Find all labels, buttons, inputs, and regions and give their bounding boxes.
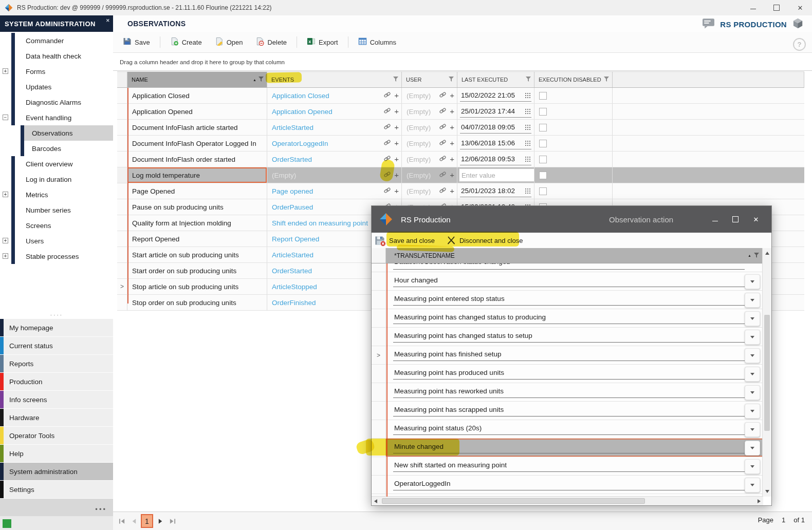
nav-item-reports[interactable]: Reports (0, 355, 113, 373)
cell-last-executed[interactable]: 25/01/2023 17:44 (457, 104, 534, 119)
nav-item-system-administration[interactable]: System administration (0, 463, 113, 481)
cell-execution-disabled[interactable] (534, 104, 613, 119)
cell-name[interactable]: Log mold temperature (127, 167, 267, 183)
cell-execution-disabled[interactable] (534, 152, 613, 167)
scroll-left-icon[interactable] (372, 497, 380, 505)
add-icon[interactable]: + (450, 124, 454, 130)
add-icon[interactable]: + (450, 172, 454, 178)
sidebar-item-forms[interactable]: +Forms (0, 64, 113, 79)
dialog-close-icon[interactable]: ✕ (746, 206, 766, 233)
link-icon[interactable] (384, 107, 391, 116)
date-display[interactable]: 13/06/2018 15:06 (460, 138, 531, 149)
filter-icon[interactable] (259, 77, 264, 83)
expander-plus-icon[interactable]: + (3, 238, 8, 243)
cell-last-executed[interactable]: 15/02/2022 21:05 (457, 88, 534, 103)
dropdown-button[interactable] (745, 367, 760, 382)
open-button[interactable]: Open (212, 35, 246, 49)
dropdown-button[interactable] (745, 274, 760, 289)
filter-icon[interactable] (526, 77, 531, 83)
cell-name[interactable]: Stop article on sub producing units (127, 279, 267, 294)
dialog-row-main[interactable]: Measuring point has changed status to pr… (386, 309, 763, 327)
dialog-list-item[interactable]: >Measuring point has finished setup (372, 346, 763, 365)
table-row[interactable]: Page OpenedPage opened+(Empty)+25/01/202… (117, 183, 804, 199)
scroll-right-icon[interactable] (755, 497, 763, 505)
event-link[interactable]: Page opened (272, 187, 313, 195)
cell-name[interactable]: Application Closed (127, 88, 267, 103)
sidebar-item-diagnostic-alarms[interactable]: Diagnostic Alarms (0, 94, 113, 110)
cell-last-executed[interactable]: 04/07/2018 09:05 (457, 120, 534, 135)
sidebar-item-commander[interactable]: Commander (0, 33, 113, 48)
cell-execution-disabled[interactable] (534, 88, 613, 103)
dialog-row-main[interactable]: Measuring point status (20s) (386, 420, 763, 438)
close-icon[interactable]: ✕ (788, 0, 812, 15)
event-link[interactable]: OperatorLoggedIn (272, 140, 328, 147)
expander-plus-icon[interactable]: + (3, 68, 8, 74)
nav-item-help[interactable]: Help (0, 445, 113, 463)
link-icon[interactable] (439, 139, 446, 147)
execution-disabled-checkbox[interactable] (539, 140, 547, 147)
event-link[interactable]: Application Opened (272, 108, 333, 116)
cell-user[interactable]: (Empty)+ (402, 152, 457, 167)
execution-disabled-checkbox[interactable] (539, 92, 547, 100)
event-link[interactable]: ArticleStarted (272, 124, 313, 131)
nav-item-my-homepage[interactable]: My homepage (0, 319, 113, 337)
date-picker-icon[interactable] (525, 108, 530, 114)
table-row[interactable]: Log mold temperature(Empty)+(Empty)+ (117, 167, 804, 183)
link-icon[interactable] (384, 123, 391, 131)
add-icon[interactable]: + (450, 92, 454, 99)
add-icon[interactable]: + (394, 172, 399, 178)
filter-icon[interactable] (393, 77, 398, 83)
dropdown-button[interactable] (745, 459, 760, 474)
add-icon[interactable]: + (450, 188, 454, 194)
cell-execution-disabled[interactable] (534, 167, 613, 183)
sidebar-resize-handle[interactable]: ···· (0, 311, 113, 318)
filter-icon[interactable] (604, 77, 609, 83)
cell-execution-disabled[interactable] (534, 136, 613, 151)
dialog-list-item[interactable]: Measuring point entered stop status (372, 291, 763, 309)
link-icon[interactable] (384, 139, 391, 147)
date-picker-icon[interactable] (525, 140, 530, 146)
cell-events[interactable]: Application Opened+ (267, 104, 402, 119)
grid-header-name[interactable]: NAME ▲ (127, 72, 267, 87)
dialog-minimize-icon[interactable] (705, 206, 725, 233)
previous-page-icon[interactable] (129, 515, 138, 528)
dropdown-button[interactable] (745, 293, 760, 308)
save-and-close-icon[interactable] (374, 235, 386, 247)
nav-item-settings[interactable]: Settings (0, 481, 113, 499)
cell-events[interactable]: OperatorLoggedIn+ (267, 136, 402, 151)
sidebar-item-data-health-check[interactable]: Data health check (0, 48, 113, 64)
link-icon[interactable] (439, 187, 446, 195)
date-display[interactable]: 25/01/2023 18:02 (460, 185, 531, 197)
add-icon[interactable]: + (394, 92, 399, 99)
cell-user[interactable]: (Empty)+ (402, 167, 457, 183)
dialog-horizontal-scrollbar[interactable] (372, 496, 763, 505)
dropdown-button[interactable] (745, 441, 760, 456)
dialog-row-main[interactable]: Measuring point has produced units (386, 365, 763, 383)
dialog-list-item[interactable]: Measuring point has changed status to se… (372, 328, 763, 346)
add-icon[interactable]: + (394, 188, 399, 194)
link-icon[interactable] (439, 123, 446, 131)
sidebar-item-log-in-duration[interactable]: Log in duration (0, 172, 113, 187)
link-icon[interactable] (439, 171, 446, 179)
expander-minus-icon[interactable]: − (3, 115, 8, 120)
dropdown-button[interactable] (745, 311, 760, 326)
cell-name[interactable]: Document InfoFlash Operator Logged In (127, 136, 267, 151)
cell-last-executed[interactable]: 12/06/2018 09:53 (457, 152, 534, 167)
event-link[interactable]: Shift ended on measuring point (272, 219, 368, 227)
dialog-list-item[interactable]: Measuring point status (20s) (372, 420, 763, 439)
event-link[interactable]: ArticleStarted (272, 251, 313, 259)
cell-name[interactable]: Document InfoFlash order started (127, 152, 267, 167)
cell-events[interactable]: ArticleStarted+ (267, 120, 402, 135)
dialog-list-item[interactable]: Measuring point has scrapped units (372, 402, 763, 420)
cell-name[interactable]: Report Opened (127, 231, 267, 247)
cell-user[interactable]: (Empty)+ (402, 104, 457, 119)
sidebar-item-screens[interactable]: Screens (0, 218, 113, 233)
delete-button[interactable]: Delete (252, 35, 290, 49)
next-page-icon[interactable] (156, 515, 165, 528)
group-by-hint[interactable]: Drag a column header and drop it here to… (113, 53, 812, 71)
add-icon[interactable]: + (394, 124, 399, 130)
sidebar-item-number-series[interactable]: Number series (0, 202, 113, 218)
dialog-vertical-scrollbar[interactable] (762, 248, 771, 497)
date-picker-icon[interactable] (525, 124, 530, 130)
dialog-list-item[interactable]: New shift started on measuring point (372, 457, 763, 476)
